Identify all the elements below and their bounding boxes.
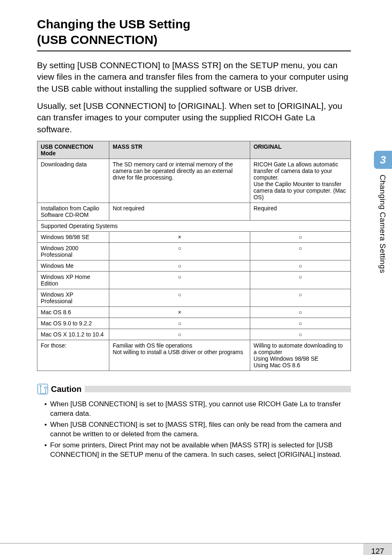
os-mass: ○	[109, 243, 250, 260]
svg-rect-0	[38, 384, 48, 394]
os-mass: ○	[109, 260, 250, 272]
table-row: Installation from Caplio Software CD-ROM…	[37, 203, 351, 221]
os-orig: ○	[250, 243, 350, 260]
cell-orig: RICOH Gate La allows automatic transfer …	[250, 159, 350, 203]
table-header-row: USB CONNECTION Mode MASS STR ORIGINAL	[37, 141, 351, 159]
svg-point-1	[40, 385, 42, 387]
cell-mass: The SD memory card or internal memory of…	[109, 159, 250, 203]
table-row: Windows XP Professional ○ ○	[37, 289, 351, 307]
cell-mass: Familiar with OS file operations Not wil…	[109, 340, 250, 371]
table-row: Downloading data The SD memory card or i…	[37, 159, 351, 203]
os-mass: ○	[109, 289, 250, 307]
os-name: Mac OS 8.6	[37, 307, 109, 318]
table-row: Windows 98/98 SE × ○	[37, 232, 351, 243]
os-name: Windows XP Professional	[37, 289, 109, 307]
caution-list: When [USB CONNECTION] is set to [MASS ST…	[37, 400, 351, 460]
table-row: Mac OS 9.0 to 9.2.2 ○ ○	[37, 318, 351, 329]
table-row: Mac OS 8.6 × ○	[37, 307, 351, 318]
os-orig: ○	[250, 289, 350, 307]
chapter-tab: 3 Changing Camera Settings	[374, 151, 392, 273]
supported-os-header: Supported Operating Systems	[37, 221, 351, 232]
header-original: ORIGINAL	[250, 141, 350, 159]
table-row: Mac OS X 10.1.2 to 10.4 ○ ○	[37, 329, 351, 340]
header-mass-str: MASS STR	[109, 141, 250, 159]
os-orig: ○	[250, 318, 350, 329]
table-row-subheader: Supported Operating Systems	[37, 221, 351, 232]
caution-divider	[85, 386, 351, 392]
caution-icon	[37, 383, 48, 395]
caution-label: Caution	[51, 385, 85, 394]
os-mass: ×	[109, 307, 250, 318]
table-row: For those: Familiar with OS file operati…	[37, 340, 351, 371]
os-name: Windows 2000 Professional	[37, 243, 109, 260]
page-number: 127	[363, 543, 392, 555]
list-item: When [USB CONNECTION] is set to [MASS ST…	[44, 400, 351, 419]
page-footer: 127	[0, 543, 392, 543]
header-mode: USB CONNECTION Mode	[37, 141, 109, 159]
os-orig: ○	[250, 260, 350, 272]
table-row: Windows XP Home Edition ○ ○	[37, 272, 351, 289]
page-title: Changing the USB Setting (USB CONNECTION…	[37, 16, 351, 47]
os-name: Windows XP Home Edition	[37, 272, 109, 289]
title-line-2: (USB CONNECTION)	[37, 33, 157, 46]
cell-orig: Willing to automate downloading to a com…	[250, 340, 350, 371]
intro-paragraph-1: By setting [USB CONNECTION] to [MASS STR…	[37, 60, 351, 94]
cell-mass: Not required	[109, 203, 250, 221]
os-orig: ○	[250, 307, 350, 318]
list-item: For some printers, Direct Print may not …	[44, 441, 351, 460]
os-orig: ○	[250, 232, 350, 243]
table-row: Windows 2000 Professional ○ ○	[37, 243, 351, 260]
list-item: When [USB CONNECTION] is set to [MASS ST…	[44, 420, 351, 439]
chapter-number: 3	[374, 151, 392, 169]
os-orig: ○	[250, 272, 350, 289]
title-line-1: Changing the USB Setting	[37, 17, 190, 31]
os-mass: ×	[109, 232, 250, 243]
os-mass: ○	[109, 318, 250, 329]
usb-connection-table: USB CONNECTION Mode MASS STR ORIGINAL Do…	[37, 141, 351, 371]
cell-orig: Required	[250, 203, 350, 221]
caution-heading: Caution	[37, 383, 351, 395]
os-mass: ○	[109, 329, 250, 340]
cell-label: For those:	[37, 340, 109, 371]
os-name: Windows Me	[37, 260, 109, 272]
os-mass: ○	[109, 272, 250, 289]
intro-paragraph-2: Usually, set [USB CONNECTION] to [ORIGIN…	[37, 100, 351, 135]
os-name: Mac OS X 10.1.2 to 10.4	[37, 329, 109, 340]
os-name: Windows 98/98 SE	[37, 232, 109, 243]
os-name: Mac OS 9.0 to 9.2.2	[37, 318, 109, 329]
title-underline	[37, 51, 351, 51]
cell-label: Installation from Caplio Software CD-ROM	[37, 203, 109, 221]
table-row: Windows Me ○ ○	[37, 260, 351, 272]
chapter-title: Changing Camera Settings	[374, 169, 387, 273]
os-orig: ○	[250, 329, 350, 340]
cell-label: Downloading data	[37, 159, 109, 203]
